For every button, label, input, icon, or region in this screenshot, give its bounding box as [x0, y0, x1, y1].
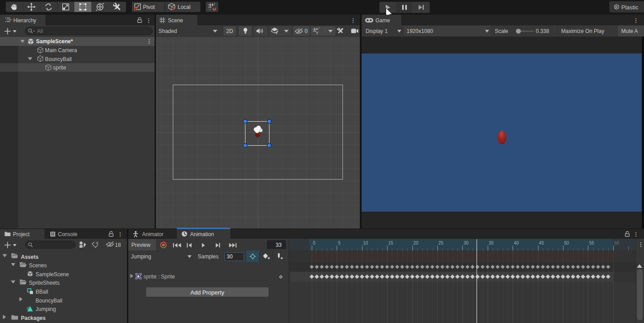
svg-text:Y: Y: [316, 31, 318, 35]
